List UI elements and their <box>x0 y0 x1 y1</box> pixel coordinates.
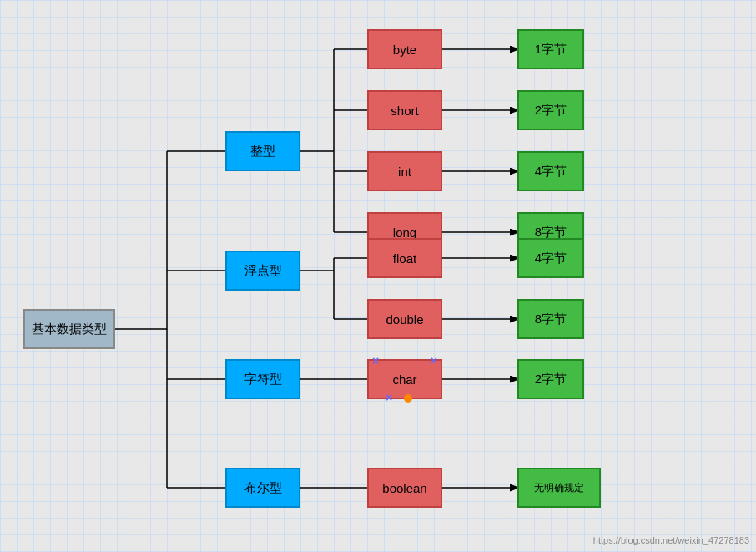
node-1byte: 1字节 <box>517 29 584 69</box>
node-8byte2: 8字节 <box>517 299 584 339</box>
node-undefined: 无明确规定 <box>517 468 601 508</box>
buer-label: 布尔型 <box>244 480 282 496</box>
node-2byte: 2字节 <box>517 90 584 130</box>
root-label: 基本数据类型 <box>32 322 107 337</box>
dot-orange <box>404 394 412 403</box>
8byte2-label: 8字节 <box>535 311 567 327</box>
node-short: short <box>367 90 442 130</box>
zhengxing-label: 整型 <box>250 144 275 160</box>
node-zifu: 字符型 <box>225 359 300 399</box>
xmark-tl: × <box>372 354 379 367</box>
undefined-label: 无明确规定 <box>534 481 584 495</box>
short-label: short <box>391 104 418 118</box>
2byte2-label: 2字节 <box>535 372 567 387</box>
node-2byte2: 2字节 <box>517 359 584 399</box>
node-4byte2: 4字节 <box>517 238 584 278</box>
node-char: char × × × <box>367 359 442 399</box>
node-int: int <box>367 151 442 191</box>
xmark-bl: × <box>386 391 392 404</box>
float-label: float <box>393 251 416 266</box>
zifu-label: 字符型 <box>244 372 282 387</box>
node-fudian: 浮点型 <box>225 251 300 291</box>
long-label: long <box>393 225 416 240</box>
fudian-label: 浮点型 <box>244 263 282 279</box>
node-byte: byte <box>367 29 442 69</box>
int-label: int <box>398 165 411 179</box>
node-buer: 布尔型 <box>225 468 300 508</box>
watermark-text: https://blog.csdn.net/weixin_47278183 <box>593 535 749 545</box>
node-double: double <box>367 299 442 339</box>
xmark-tr: × <box>431 354 437 367</box>
node-float: float <box>367 238 442 278</box>
4byte-label: 4字节 <box>535 164 567 180</box>
node-4byte: 4字节 <box>517 151 584 191</box>
node-zhengxing: 整型 <box>225 131 300 171</box>
2byte-label: 2字节 <box>535 103 567 119</box>
1byte-label: 1字节 <box>535 42 567 58</box>
byte-label: byte <box>393 43 416 57</box>
watermark: https://blog.csdn.net/weixin_47278183 <box>593 535 749 545</box>
node-root: 基本数据类型 <box>23 309 115 349</box>
boolean-label: boolean <box>382 481 426 495</box>
double-label: double <box>386 312 423 327</box>
node-boolean: boolean <box>367 468 442 508</box>
char-label: char <box>392 372 416 387</box>
4byte2-label: 4字节 <box>535 251 567 266</box>
diagram: 基本数据类型 整型 浮点型 字符型 布尔型 byte short int lon… <box>0 0 756 552</box>
